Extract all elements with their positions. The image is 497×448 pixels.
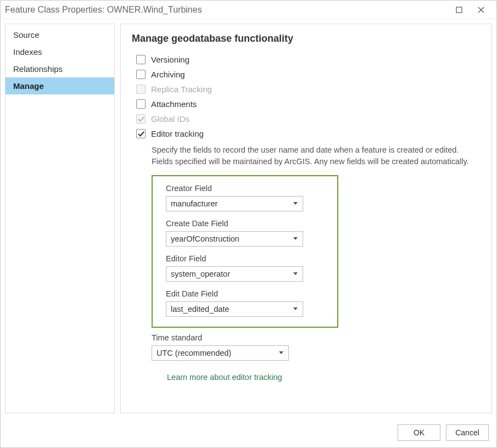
label-editor-tracking: Editor tracking	[151, 129, 204, 138]
checkbox-global-ids	[136, 114, 146, 124]
field-group-time-standard: Time standard UTC (recommended)	[152, 333, 481, 361]
combo-time-standard[interactable]: UTC (recommended)	[152, 345, 289, 361]
close-button[interactable]	[470, 2, 492, 18]
ok-button[interactable]: OK	[398, 424, 440, 441]
check-row-replica-tracking: Replica Tracking	[132, 82, 481, 97]
label-replica-tracking: Replica Tracking	[151, 85, 212, 94]
sidebar-item-manage[interactable]: Manage	[5, 77, 114, 94]
svg-rect-0	[456, 7, 462, 13]
label-global-ids: Global IDs	[151, 114, 189, 124]
check-row-attachments: Attachments	[132, 97, 481, 111]
checkbox-editor-tracking[interactable]	[136, 129, 146, 138]
combo-value: last_edited_date	[171, 305, 292, 313]
editor-tracking-description: Specify the fields to record the user na…	[152, 144, 470, 167]
sidebar: Source Indexes Relationships Manage	[5, 24, 115, 413]
combo-edit-date-field[interactable]: last_edited_date	[166, 301, 303, 317]
label-creator-field: Creator Field	[166, 184, 324, 193]
label-edit-date-field: Edit Date Field	[166, 289, 324, 298]
field-group-create-date: Create Date Field yearOfConstruction	[166, 219, 324, 247]
chevron-down-icon	[292, 237, 299, 240]
label-attachments: Attachments	[151, 99, 197, 109]
maximize-icon	[456, 7, 462, 13]
combo-value: yearOfConstruction	[171, 234, 292, 243]
check-icon	[138, 131, 144, 137]
dialog-body: Source Indexes Relationships Manage Mana…	[1, 19, 496, 418]
highlighted-fields-box: Creator Field manufacturer Create Date F…	[152, 175, 338, 328]
checkbox-archiving[interactable]	[136, 70, 146, 79]
combo-editor-field[interactable]: system_operator	[166, 266, 303, 282]
learn-more-link[interactable]: Learn more about editor tracking	[167, 373, 481, 382]
combo-value: UTC (recommended)	[157, 349, 277, 357]
sidebar-item-indexes[interactable]: Indexes	[5, 43, 114, 60]
titlebar: Feature Class Properties: OWNER.Wind_Tur…	[1, 1, 496, 19]
chevron-down-icon	[277, 351, 285, 355]
check-row-versioning: Versioning	[132, 52, 481, 67]
checkbox-versioning[interactable]	[136, 55, 146, 64]
window-title: Feature Class Properties: OWNER.Wind_Tur…	[5, 5, 448, 15]
checkbox-attachments[interactable]	[136, 99, 146, 109]
editor-tracking-section: Specify the fields to record the user na…	[152, 144, 481, 382]
chevron-down-icon	[292, 307, 299, 311]
check-icon	[138, 116, 144, 122]
label-archiving: Archiving	[151, 70, 185, 79]
combo-creator-field[interactable]: manufacturer	[166, 196, 303, 211]
chevron-down-icon	[292, 272, 299, 276]
field-group-creator: Creator Field manufacturer	[166, 184, 324, 211]
combo-create-date-field[interactable]: yearOfConstruction	[166, 231, 303, 247]
panel-heading: Manage geodatabase functionality	[132, 33, 481, 44]
dialog-footer: OK Cancel	[1, 418, 496, 447]
label-create-date-field: Create Date Field	[166, 219, 324, 228]
dialog-window: Feature Class Properties: OWNER.Wind_Tur…	[0, 0, 497, 448]
field-group-edit-date: Edit Date Field last_edited_date	[166, 289, 324, 317]
label-versioning: Versioning	[151, 55, 189, 64]
label-editor-field: Editor Field	[166, 254, 324, 263]
sidebar-item-relationships[interactable]: Relationships	[5, 60, 114, 77]
close-icon	[478, 7, 484, 13]
sidebar-item-source[interactable]: Source	[5, 26, 114, 43]
maximize-button[interactable]	[448, 2, 470, 18]
checkbox-replica-tracking	[136, 85, 146, 94]
check-row-editor-tracking: Editor tracking	[132, 126, 481, 141]
combo-value: system_operator	[171, 270, 292, 278]
combo-value: manufacturer	[171, 199, 292, 208]
check-row-archiving: Archiving	[132, 67, 481, 82]
main-panel: Manage geodatabase functionality Version…	[120, 24, 492, 413]
field-group-editor: Editor Field system_operator	[166, 254, 324, 282]
label-time-standard: Time standard	[152, 333, 481, 342]
cancel-button[interactable]: Cancel	[446, 424, 489, 441]
check-row-global-ids: Global IDs	[132, 111, 481, 126]
chevron-down-icon	[292, 202, 299, 205]
